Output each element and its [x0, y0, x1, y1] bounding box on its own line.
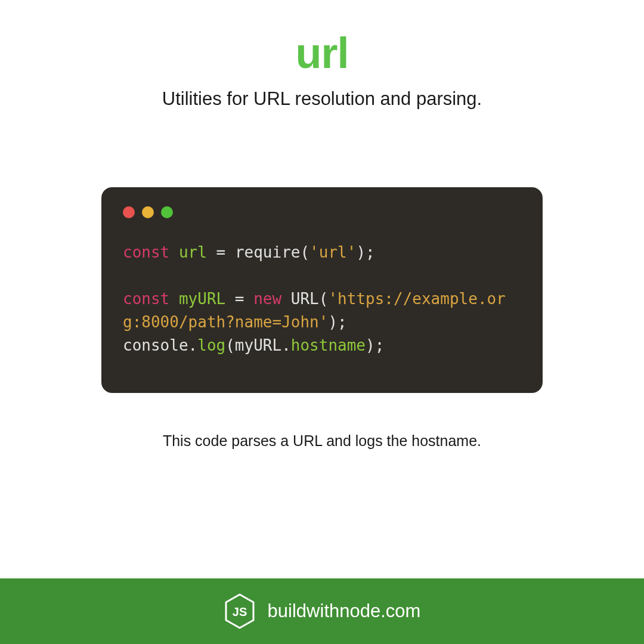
page-title: url	[0, 29, 644, 78]
footer: JS buildwithnode.com	[0, 578, 644, 644]
maximize-icon	[161, 206, 173, 218]
page-subtitle: Utilities for URL resolution and parsing…	[0, 88, 644, 110]
header: url Utilities for URL resolution and par…	[0, 0, 644, 110]
window-controls	[123, 206, 521, 218]
code-window: const url = require('url'); const myURL …	[101, 187, 543, 393]
svg-text:JS: JS	[232, 605, 246, 618]
code-block: const url = require('url'); const myURL …	[123, 241, 521, 357]
footer-site: buildwithnode.com	[268, 600, 421, 622]
caption: This code parses a URL and logs the host…	[0, 432, 644, 450]
close-icon	[123, 206, 135, 218]
nodejs-icon: JS	[224, 593, 256, 629]
minimize-icon	[142, 206, 154, 218]
